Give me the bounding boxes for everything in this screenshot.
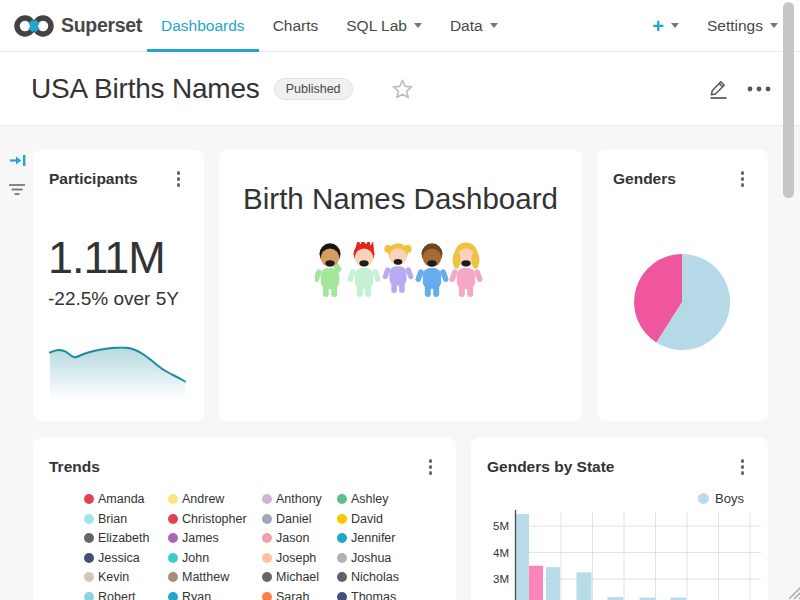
legend-label: Nicholas bbox=[351, 570, 399, 584]
babies-illustration bbox=[315, 242, 485, 300]
big-number-value: 1.11M bbox=[48, 232, 165, 284]
edit-dashboard-button[interactable] bbox=[708, 78, 730, 100]
legend-dot bbox=[262, 592, 272, 600]
legend-dot bbox=[168, 572, 178, 582]
legend-label: Michael bbox=[276, 570, 319, 584]
y-tick: 5M bbox=[493, 520, 509, 532]
legend-item[interactable]: Brian bbox=[84, 512, 127, 526]
legend-item[interactable]: Jason bbox=[262, 531, 309, 545]
legend-dot bbox=[337, 553, 347, 563]
participants-card: Participants 1.11M -22.5% over 5Y bbox=[33, 150, 204, 421]
legend-item[interactable]: Christopher bbox=[168, 512, 247, 526]
settings-menu[interactable]: Settings bbox=[707, 17, 778, 35]
genders-by-state-bar-chart: 5M 4M 3M bbox=[471, 438, 768, 600]
legend-dot bbox=[168, 553, 178, 563]
genders-by-state-card: Genders by State Boys 5M 4M 3M bbox=[471, 438, 768, 600]
y-tick: 4M bbox=[493, 547, 509, 559]
big-number-subheader: -22.5% over 5Y bbox=[48, 288, 179, 310]
legend-label: Anthony bbox=[276, 492, 322, 506]
chart-title: Trends bbox=[49, 458, 100, 476]
chevron-down-icon bbox=[671, 23, 679, 28]
more-options-button[interactable] bbox=[746, 85, 772, 93]
legend-dot bbox=[84, 514, 94, 524]
published-badge[interactable]: Published bbox=[274, 78, 353, 100]
nav-item-charts[interactable]: Charts bbox=[259, 0, 333, 52]
legend-label: Jessica bbox=[98, 551, 140, 565]
legend-item[interactable]: Ryan bbox=[168, 590, 211, 600]
legend-item[interactable]: James bbox=[168, 531, 219, 545]
legend-dot bbox=[337, 494, 347, 504]
legend-item[interactable]: Daniel bbox=[262, 512, 311, 526]
legend-dot bbox=[262, 533, 272, 543]
legend-label: Daniel bbox=[276, 512, 311, 526]
legend-label: Kevin bbox=[98, 570, 129, 584]
legend-label: Jason bbox=[276, 531, 309, 545]
legend-item[interactable]: Joseph bbox=[262, 551, 316, 565]
legend-item[interactable]: Thomas bbox=[337, 590, 396, 600]
markdown-title: Birth Names Dashboard bbox=[219, 182, 582, 216]
chevron-down-icon bbox=[490, 23, 498, 28]
legend-item[interactable]: Sarah bbox=[262, 590, 309, 600]
legend-label: Thomas bbox=[351, 590, 396, 600]
favorite-star-icon[interactable] bbox=[391, 78, 414, 100]
legend-label: Amanda bbox=[98, 492, 145, 506]
legend-item[interactable]: Elizabeth bbox=[84, 531, 149, 545]
legend-item[interactable]: Anthony bbox=[262, 492, 322, 506]
genders-card: Genders bbox=[597, 150, 768, 421]
legend-item[interactable]: Kevin bbox=[84, 570, 129, 584]
legend-label: James bbox=[182, 531, 219, 545]
legend-dot bbox=[262, 553, 272, 563]
legend-label: Ryan bbox=[182, 590, 211, 600]
legend-item[interactable]: John bbox=[168, 551, 209, 565]
y-tick: 3M bbox=[493, 573, 509, 585]
legend-label: Jennifer bbox=[351, 531, 395, 545]
plus-icon: + bbox=[652, 16, 664, 36]
resize-grip-icon[interactable] bbox=[786, 584, 800, 600]
legend-item[interactable]: Robert bbox=[84, 590, 136, 600]
dashboard-header: USA Births Names Published bbox=[0, 52, 800, 126]
legend-label: Matthew bbox=[182, 570, 229, 584]
legend-item[interactable]: Amanda bbox=[84, 492, 145, 506]
filter-icon[interactable] bbox=[8, 182, 26, 200]
scrollbar-thumb[interactable] bbox=[783, 2, 794, 198]
chart-title: Genders bbox=[613, 170, 676, 188]
superset-brand[interactable]: Superset bbox=[0, 13, 142, 39]
legend-dot bbox=[337, 514, 347, 524]
navbar: Superset Dashboards Charts SQL Lab Data … bbox=[0, 0, 800, 52]
legend-label: David bbox=[351, 512, 383, 526]
legend-dot bbox=[168, 514, 178, 524]
nav-right: + Settings bbox=[652, 16, 800, 36]
legend-dot bbox=[262, 514, 272, 524]
legend-label: Brian bbox=[98, 512, 127, 526]
legend-dot bbox=[168, 533, 178, 543]
brand-name: Superset bbox=[61, 14, 142, 37]
legend-dot bbox=[84, 572, 94, 582]
chart-menu-button[interactable] bbox=[739, 169, 747, 189]
legend-dot bbox=[337, 572, 347, 582]
nav-item-sql-lab[interactable]: SQL Lab bbox=[332, 0, 436, 52]
legend-label: John bbox=[182, 551, 209, 565]
legend-dot bbox=[262, 572, 272, 582]
nav-item-data[interactable]: Data bbox=[436, 0, 512, 52]
legend-item[interactable]: Andrew bbox=[168, 492, 224, 506]
legend-item[interactable]: Joshua bbox=[337, 551, 391, 565]
legend-item[interactable]: Matthew bbox=[168, 570, 229, 584]
legend-label: Christopher bbox=[182, 512, 247, 526]
legend-item[interactable]: David bbox=[337, 512, 383, 526]
chevron-down-icon bbox=[770, 23, 778, 28]
add-new-button[interactable]: + bbox=[652, 16, 679, 36]
legend-dot bbox=[168, 494, 178, 504]
legend-item[interactable]: Nicholas bbox=[337, 570, 399, 584]
superset-logo-icon bbox=[13, 13, 55, 39]
expand-filter-bar-icon[interactable] bbox=[9, 153, 27, 172]
legend-item[interactable]: Ashley bbox=[337, 492, 389, 506]
legend-label: Robert bbox=[98, 590, 136, 600]
legend-label: Joshua bbox=[351, 551, 391, 565]
chart-menu-button[interactable] bbox=[427, 457, 435, 477]
legend-item[interactable]: Michael bbox=[262, 570, 319, 584]
chart-menu-button[interactable] bbox=[175, 169, 183, 189]
legend-item[interactable]: Jessica bbox=[84, 551, 140, 565]
nav-item-dashboards[interactable]: Dashboards bbox=[147, 0, 259, 52]
legend-item[interactable]: Jennifer bbox=[337, 531, 395, 545]
legend-label: Elizabeth bbox=[98, 531, 149, 545]
